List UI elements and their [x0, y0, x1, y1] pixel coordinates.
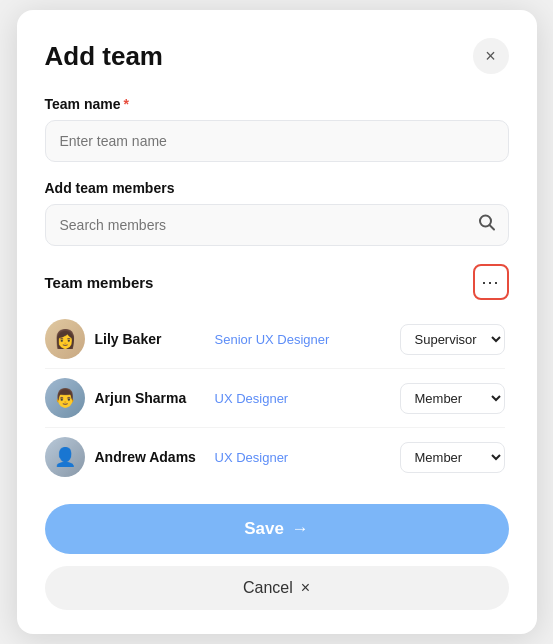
member-role: UX Designer — [215, 450, 390, 465]
team-members-section-header: Team members ··· — [45, 264, 509, 300]
team-members-title: Team members — [45, 274, 154, 291]
team-name-label: Team name* — [45, 96, 509, 112]
add-members-section: Add team members — [45, 180, 509, 246]
save-button[interactable]: Save → — [45, 504, 509, 554]
save-label: Save — [244, 519, 284, 539]
team-name-section: Team name* — [45, 96, 509, 180]
modal-header: Add team × — [45, 38, 509, 74]
more-icon: ··· — [481, 272, 499, 293]
member-name: Lily Baker — [95, 331, 205, 347]
table-row: 👨Arjun SharmaUX DesignerSupervisorMember… — [45, 369, 505, 428]
member-role: UX Designer — [215, 391, 390, 406]
member-role: Senior UX Designer — [215, 332, 390, 347]
avatar: 👤 — [45, 437, 85, 477]
more-options-button[interactable]: ··· — [473, 264, 509, 300]
team-role-select[interactable]: SupervisorMemberAdminViewer — [400, 442, 505, 473]
table-row: 👩Lily BakerSenior UX DesignerSupervisorM… — [45, 310, 505, 369]
team-role-select[interactable]: SupervisorMemberAdminViewer — [400, 383, 505, 414]
team-name-input[interactable] — [45, 120, 509, 162]
required-indicator: * — [124, 96, 129, 112]
member-name: Andrew Adams — [95, 449, 205, 465]
table-row: 👤Andrew AdamsUX DesignerSupervisorMember… — [45, 428, 505, 486]
save-arrow-icon: → — [292, 519, 309, 539]
close-button[interactable]: × — [473, 38, 509, 74]
cancel-button[interactable]: Cancel × — [45, 566, 509, 610]
search-wrapper — [45, 204, 509, 246]
avatar: 👩 — [45, 319, 85, 359]
member-name: Arjun Sharma — [95, 390, 205, 406]
add-team-modal: Add team × Team name* Add team members T… — [17, 10, 537, 634]
cancel-icon: × — [301, 579, 310, 597]
members-list: 👩Lily BakerSenior UX DesignerSupervisorM… — [45, 310, 509, 486]
search-members-input[interactable] — [45, 204, 509, 246]
team-role-select[interactable]: SupervisorMemberAdminViewer — [400, 324, 505, 355]
add-members-label: Add team members — [45, 180, 509, 196]
modal-title: Add team — [45, 41, 163, 72]
cancel-label: Cancel — [243, 579, 293, 597]
avatar: 👨 — [45, 378, 85, 418]
